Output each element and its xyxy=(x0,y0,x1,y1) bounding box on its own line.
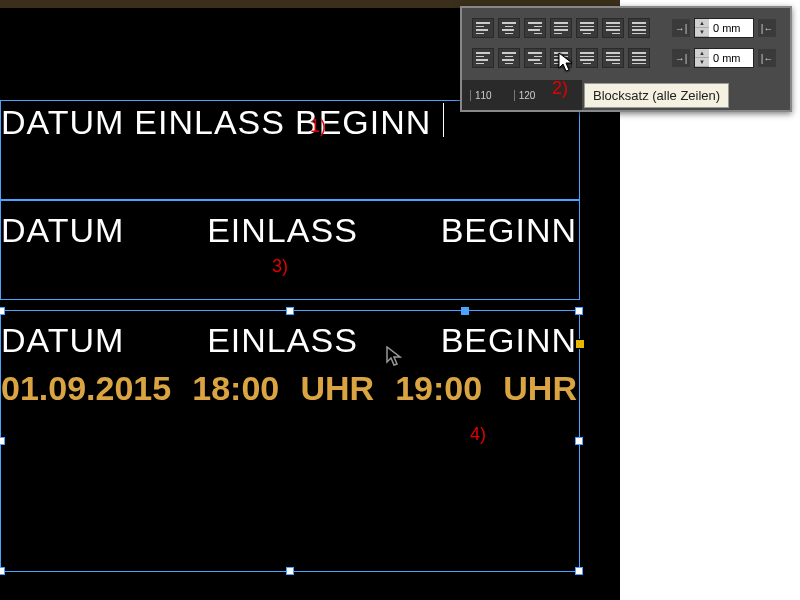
ruler-tick-a: 110 xyxy=(470,90,492,101)
justify-all-button[interactable] xyxy=(628,18,650,38)
align-towards-spine-button[interactable] xyxy=(472,48,494,68)
justify2-lr-button[interactable] xyxy=(602,48,624,68)
frame3-r2c4: 19:00 xyxy=(395,369,482,408)
spinner[interactable]: ▲▼ xyxy=(695,19,709,37)
frame1-word1: DATUM xyxy=(1,103,124,142)
align-away-spine-button[interactable] xyxy=(498,48,520,68)
lastline-indent-icon: |← xyxy=(758,49,776,67)
out-port[interactable] xyxy=(575,339,585,349)
justify2-lc-button[interactable] xyxy=(576,48,598,68)
indent-left-field[interactable]: ▲▼ xyxy=(694,18,754,38)
justify-last-right-button[interactable] xyxy=(602,18,624,38)
handle-tl[interactable] xyxy=(0,307,5,315)
indent-left-icon: →| xyxy=(672,19,690,37)
handle-mr[interactable] xyxy=(575,437,583,445)
frame3-r1c3: BEGINN xyxy=(441,321,577,360)
ruler-tick-b: 120 xyxy=(514,90,536,101)
frame3-r1c1: DATUM xyxy=(1,321,124,360)
frame3-r2c5: UHR xyxy=(503,369,577,408)
frame2-col1: DATUM xyxy=(1,211,124,250)
tooltip: Blocksatz (alle Zeilen) xyxy=(584,83,729,108)
frame2-col3: BEGINN xyxy=(441,211,577,250)
frame3-r2c1: 01.09.2015 xyxy=(1,369,171,408)
align-right-button[interactable] xyxy=(524,18,546,38)
justify-last-left-button[interactable] xyxy=(550,18,572,38)
handle-bc[interactable] xyxy=(286,567,294,575)
firstline-indent-field[interactable]: ▲▼ xyxy=(694,48,754,68)
align-left-button[interactable] xyxy=(472,18,494,38)
frame1-word3: BEGINN xyxy=(295,103,431,142)
firstline-indent-input[interactable] xyxy=(709,52,753,64)
justify2-all-button[interactable] xyxy=(628,48,650,68)
handle-ml[interactable] xyxy=(0,437,5,445)
handle-t-mid[interactable] xyxy=(461,307,469,315)
frame3-r2c3: UHR xyxy=(300,369,374,408)
handle-tc[interactable] xyxy=(286,307,294,315)
ruler-strip: 110 120 xyxy=(462,80,582,110)
firstline-indent-icon: →| xyxy=(672,49,690,67)
handle-br[interactable] xyxy=(575,567,583,575)
justify2-ll-button[interactable] xyxy=(550,48,572,68)
align-right2-button[interactable] xyxy=(524,48,546,68)
handle-tr[interactable] xyxy=(575,307,583,315)
frame2-col2: EINLASS xyxy=(207,211,358,250)
paragraph-panel[interactable]: →| ▲▼ |← →| ▲▼ |← 110 120 Blocksatz (all… xyxy=(460,6,792,112)
justify-last-center-button[interactable] xyxy=(576,18,598,38)
handle-bl[interactable] xyxy=(0,567,5,575)
text-frame-2[interactable]: DATUM EINLASS BEGINN xyxy=(0,200,580,300)
align-center-button[interactable] xyxy=(498,18,520,38)
indent-right-icon: |← xyxy=(758,19,776,37)
indent-left-input[interactable] xyxy=(709,22,753,34)
frame1-word2: EINLASS xyxy=(134,103,285,142)
spinner[interactable]: ▲▼ xyxy=(695,49,709,67)
text-frame-1[interactable]: DATUM EINLASS BEGINN xyxy=(0,100,580,200)
text-frame-3[interactable]: DATUM EINLASS BEGINN 01.09.2015 18:00 UH… xyxy=(0,310,580,572)
frame3-r2c2: 18:00 xyxy=(192,369,279,408)
text-caret xyxy=(443,103,444,137)
frame3-r1c2: EINLASS xyxy=(207,321,358,360)
